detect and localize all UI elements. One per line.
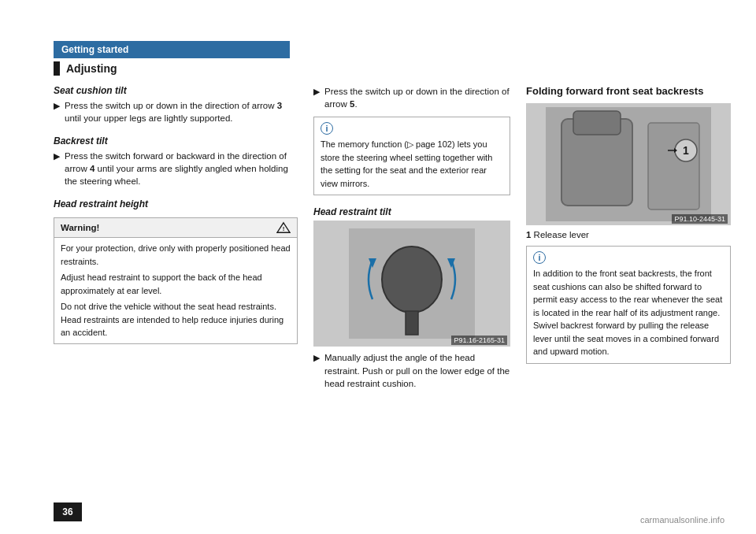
arrow-icon-3: ▶ — [313, 86, 320, 110]
arrow-icon-2: ▶ — [54, 150, 60, 187]
backrest-tilt-title: Backrest tilt — [54, 135, 298, 146]
release-lever-label: 1 Release lever — [526, 230, 731, 239]
seat-svg: 1 — [546, 107, 711, 221]
backrest-tilt-text: Press the switch forward or backward in … — [65, 150, 298, 187]
head-restraint-height-title: Head restraint height — [54, 198, 298, 210]
warning-item-2: Adjust head restraint to support the bac… — [61, 271, 291, 297]
warning-box: Warning! ! For your protection, drive on… — [54, 217, 298, 344]
folding-title: Folding forward front seat backrests — [526, 85, 731, 97]
head-restraint-tilt-title: Head restraint tilt — [313, 206, 510, 217]
svg-rect-4 — [406, 311, 418, 335]
press-switch-item: ▶ Press the switch up or down in the dir… — [313, 85, 510, 110]
seat-img-code: P91.10-2445-31 — [672, 214, 728, 224]
head-restraint-image: P91.16-2165-31 — [313, 221, 510, 347]
svg-text:!: ! — [283, 226, 285, 233]
head-restraint-svg — [349, 228, 475, 339]
svg-point-3 — [382, 247, 442, 313]
page-number-box: 36 — [54, 502, 82, 521]
arrow-icon-4: ▶ — [313, 352, 320, 389]
header-section-label: Getting started — [61, 44, 128, 55]
info-icon: i — [321, 122, 333, 135]
mid-info-box: i The memory function (▷ page 102) lets … — [313, 117, 510, 195]
head-restraint-text: Manually adjust the angle of the head re… — [324, 351, 510, 389]
seat-img-content: 1 — [526, 103, 731, 225]
warning-item-1: For your protection, drive only with pro… — [61, 242, 291, 268]
warning-item-3: Do not drive the vehicle without the sea… — [61, 300, 291, 339]
watermark: carmanualsonline.info — [640, 515, 724, 525]
seat-cushion-title: Seat cushion tilt — [54, 85, 298, 96]
backrest-tilt-item: ▶ Press the switch forward or backward i… — [54, 150, 298, 187]
head-img-code: P91.16-2165-31 — [451, 336, 507, 345]
svg-rect-9 — [573, 111, 621, 135]
right-info-text: In addition to the front seat backrests,… — [533, 269, 722, 356]
left-column: Seat cushion tilt ▶ Press the switch up … — [54, 85, 298, 396]
seat-cushion-text: Press the switch up or down in the direc… — [65, 99, 298, 124]
warning-body: For your protection, drive only with pro… — [54, 238, 297, 343]
header-bar: Getting started — [54, 41, 290, 58]
seat-cushion-item: ▶ Press the switch up or down in the dir… — [54, 99, 298, 124]
page-number: 36 — [62, 506, 72, 517]
right-info-box: i In addition to the front seat backrest… — [526, 246, 731, 364]
svg-text:1: 1 — [683, 144, 689, 157]
warning-header: Warning! ! — [54, 218, 297, 238]
right-column: Folding forward front seat backrests 1 — [526, 85, 731, 396]
mid-info-text: The memory function (▷ page 102) lets yo… — [321, 139, 492, 188]
head-restraint-item: ▶ Manually adjust the angle of the head … — [313, 351, 510, 389]
svg-rect-10 — [648, 123, 699, 210]
right-info-icon: i — [533, 251, 546, 264]
seat-backrest-image: 1 P91.10-2445-31 — [526, 103, 731, 225]
section-title-text: Adjusting — [66, 62, 117, 75]
main-content: Seat cushion tilt ▶ Press the switch up … — [54, 85, 715, 396]
warning-label: Warning! — [61, 223, 99, 232]
section-title-area: Adjusting — [54, 61, 117, 76]
section-title-bar — [54, 61, 60, 76]
head-img-content — [313, 221, 510, 347]
press-switch-text: Press the switch up or down in the direc… — [324, 85, 510, 110]
arrow-icon: ▶ — [54, 100, 60, 124]
mid-column: ▶ Press the switch up or down in the dir… — [313, 85, 510, 396]
warning-triangle-icon: ! — [276, 221, 291, 234]
